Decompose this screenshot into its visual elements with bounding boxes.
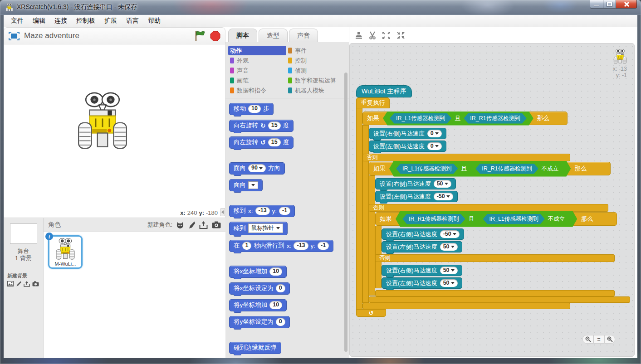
delete-scissors-icon[interactable] xyxy=(369,31,376,39)
and-operator-block[interactable]: IR_L1传感器检测到 且 IR_R1传感器检测到 xyxy=(383,112,533,126)
sprites-area: 舞台 1 背景 新建背景 xyxy=(4,218,225,358)
set-left-motor-block[interactable]: 设置(左侧)马达速度50 xyxy=(382,241,462,252)
category-color-swatch xyxy=(230,68,234,73)
paint-backdrop-icon[interactable] xyxy=(16,281,21,287)
menu-language[interactable]: 语言 xyxy=(122,15,143,27)
block-goto-mouse[interactable]: 移到鼠标指针 xyxy=(229,222,288,235)
green-flag-button[interactable] xyxy=(194,31,206,41)
set-right-motor-block[interactable]: 设置(右侧)马达速度50 xyxy=(382,265,462,276)
tab-scripts[interactable]: 脚本 xyxy=(228,29,257,42)
stage-backdrop-column: 舞台 1 背景 新建背景 xyxy=(4,218,44,358)
script-canvas[interactable]: x: -13 y: -1 WuLiBot 主程序 重复执行 ↺ 如果 xyxy=(349,43,635,357)
stage-thumbnail[interactable] xyxy=(10,223,37,244)
camera-backdrop-icon[interactable] xyxy=(32,281,39,286)
block-set-y[interactable]: 将y坐标设定为0 xyxy=(229,316,290,328)
zoom-out-button[interactable] xyxy=(582,335,593,344)
camera-sprite-icon[interactable] xyxy=(212,221,221,228)
block-change-y[interactable]: 将y坐标增加10 xyxy=(229,299,287,311)
set-left-motor-block[interactable]: 设置(左侧)马达速度50 xyxy=(382,277,462,289)
and-operator-block[interactable]: IR_R1传感器检测到 且 IR_L1传感器检测到 不成立 xyxy=(396,211,577,227)
stage-column: Maze adventure xyxy=(4,27,225,358)
not-operator-block[interactable]: IR_L1传感器检测到 不成立 xyxy=(477,213,570,225)
fullscreen-icon[interactable] xyxy=(9,32,20,40)
backdrop-from-library-icon[interactable] xyxy=(7,281,14,286)
block-point-direction[interactable]: 面向90方向 xyxy=(229,162,285,175)
set-right-motor-block[interactable]: 设置(右侧)马达速度0 xyxy=(369,128,446,139)
minimize-button[interactable] xyxy=(590,0,603,9)
category-sensing[interactable]: 侦测 xyxy=(286,66,344,75)
and-operator-block[interactable]: IR_L1传感器检测到 且 IR_R1传感器检测到 不成立 xyxy=(389,161,571,177)
category-control[interactable]: 控制 xyxy=(286,56,344,65)
category-looks[interactable]: 外观 xyxy=(228,56,286,65)
if-block-3-header[interactable]: 如果 IR_R1传感器检测到 且 IR_L1传感器检测到 不成立 那么 xyxy=(375,212,617,226)
tab-costumes[interactable]: 造型 xyxy=(259,29,288,42)
sprite-thumbnail-selected[interactable]: i xyxy=(48,235,83,269)
sensor-ir-r1-block[interactable]: IR_R1传感器检测到 xyxy=(402,214,465,224)
hat-block-main-program[interactable]: WuLiBot 主程序 xyxy=(356,85,412,97)
block-change-x[interactable]: 将x坐标增加10 xyxy=(229,266,287,278)
sprite-y-readout: y: -1 xyxy=(613,72,627,78)
if-block-1-header[interactable]: 如果 IR_L1传感器检测到 且 IR_R1传感器检测到 那么 xyxy=(362,112,568,125)
category-pen[interactable]: 画笔 xyxy=(228,76,286,85)
tab-sounds[interactable]: 声音 xyxy=(289,29,318,42)
menu-edit[interactable]: 编辑 xyxy=(28,15,50,27)
shrink-sprite-icon[interactable] xyxy=(396,31,405,39)
upload-backdrop-icon[interactable] xyxy=(24,281,30,287)
script-toolbar xyxy=(349,27,637,43)
stage[interactable] xyxy=(4,44,225,208)
category-robot[interactable]: 机器人模块 xyxy=(286,86,344,95)
palette-scrollbar[interactable] xyxy=(344,73,347,352)
dropdown-arrow-icon xyxy=(435,132,439,135)
set-left-motor-block[interactable]: 设置(左侧)马达速度-50 xyxy=(375,191,458,202)
category-sound[interactable]: 声音 xyxy=(228,66,286,75)
set-left-motor-block[interactable]: 设置(左侧)马达速度0 xyxy=(369,141,446,152)
dropdown-arrow-icon xyxy=(259,167,263,170)
maximize-button[interactable] xyxy=(603,0,616,9)
sensor-ir-l1-block[interactable]: IR_L1传感器检测到 xyxy=(390,113,451,124)
menu-help[interactable]: 帮助 xyxy=(143,15,165,27)
paint-sprite-icon[interactable] xyxy=(188,221,195,229)
menu-connect[interactable]: 连接 xyxy=(50,15,72,27)
coords-x-value: 240 xyxy=(187,209,197,216)
block-goto-xy[interactable]: 移到x:-13y:-1 xyxy=(229,205,295,217)
robot-sprite-on-stage[interactable] xyxy=(76,92,129,152)
menu-board[interactable]: 控制板 xyxy=(72,15,100,27)
sensor-ir-l1-block[interactable]: IR_L1传感器检测到 xyxy=(483,214,544,224)
sprite-from-library-icon[interactable] xyxy=(176,221,184,229)
grow-sprite-icon[interactable] xyxy=(382,31,391,39)
dropdown-arrow-icon xyxy=(435,145,439,147)
block-glide[interactable]: 在1秒内滑行到x:-13y:-1 xyxy=(229,240,333,252)
project-title[interactable]: Maze adventure xyxy=(24,31,190,40)
forever-block-label[interactable]: 重复执行 xyxy=(356,97,390,108)
set-right-motor-block[interactable]: 设置(右侧)马达速度-50 xyxy=(382,228,464,240)
mouse-coords-bar: x: 240 y: -180 xyxy=(4,208,225,218)
category-data[interactable]: 数据和指令 xyxy=(228,86,286,95)
sensor-ir-l1-block[interactable]: IR_L1传感器检测到 xyxy=(396,164,458,174)
upload-sprite-icon[interactable] xyxy=(199,221,208,229)
block-turn-right[interactable]: 向右旋转↻15度 xyxy=(229,120,294,132)
duplicate-stamp-icon[interactable] xyxy=(355,31,363,39)
menu-extension[interactable]: 扩展 xyxy=(100,15,122,27)
not-operator-block[interactable]: IR_R1传感器检测到 不成立 xyxy=(470,163,564,175)
if-block-2-header[interactable]: 如果 IR_L1传感器检测到 且 IR_R1传感器检测到 不成立 那么 xyxy=(369,162,611,175)
sprite-x-readout: x: -13 xyxy=(613,66,627,72)
sensor-ir-r1-block[interactable]: IR_R1传感器检测到 xyxy=(475,164,538,174)
block-bounce-on-edge[interactable]: 碰到边缘就反弹 xyxy=(229,342,281,354)
category-motion[interactable]: 动作 xyxy=(228,46,286,55)
block-point-towards[interactable]: 面向 xyxy=(229,179,263,191)
block-set-x[interactable]: 将x坐标设定为0 xyxy=(229,282,290,295)
zoom-in-button[interactable] xyxy=(604,335,615,344)
category-operators[interactable]: 数字和逻辑运算 xyxy=(286,76,344,85)
sensor-ir-r1-block[interactable]: IR_R1传感器检测到 xyxy=(464,113,526,124)
block-move-steps[interactable]: 移动10步 xyxy=(229,103,274,115)
menu-file[interactable]: 文件 xyxy=(6,15,28,27)
sprite-info-badge[interactable]: i xyxy=(45,233,53,240)
category-color-swatch xyxy=(288,87,292,93)
set-right-motor-block[interactable]: 设置(右侧)马达速度50 xyxy=(375,178,456,189)
stop-button[interactable] xyxy=(210,31,220,41)
zoom-reset-button[interactable]: = xyxy=(593,335,604,344)
block-turn-left[interactable]: 向左旋转↺15度 xyxy=(229,136,294,149)
close-button[interactable] xyxy=(616,0,637,9)
category-events[interactable]: 事件 xyxy=(286,46,344,55)
collapse-panel-button[interactable] xyxy=(220,208,225,216)
